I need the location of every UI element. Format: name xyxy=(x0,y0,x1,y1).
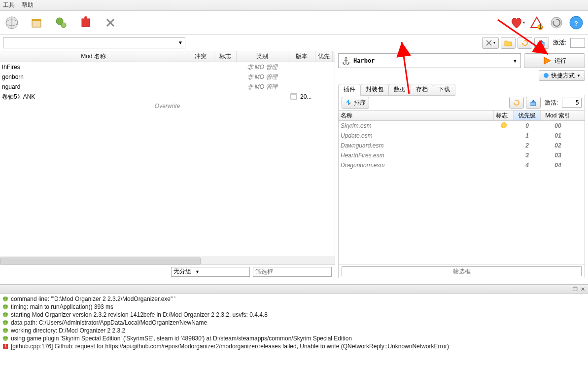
secondary-bar: ▼ ▾ 激活: xyxy=(0,35,588,51)
svg-point-30 xyxy=(3,304,8,309)
log-line: working directory: D:/Mod Organizer 2 2.… xyxy=(2,327,586,334)
svg-rect-18 xyxy=(539,42,544,46)
svg-point-8 xyxy=(84,16,87,19)
log-line: command line: '"D:\Mod Organizer 2 2.3.2… xyxy=(2,295,586,303)
overwrite-row[interactable]: Overwrite xyxy=(0,102,335,111)
settings-button[interactable]: ▾ xyxy=(482,37,499,49)
log-line: using game plugin 'Skyrim Special Editio… xyxy=(2,334,586,342)
svg-rect-26 xyxy=(501,122,507,128)
log-panel: ❐ ✕ command line: '"D:\Mod Organizer 2 2… xyxy=(0,284,588,371)
puzzle-icon[interactable] xyxy=(78,15,94,31)
globe-icon[interactable] xyxy=(4,15,20,31)
chevron-down-icon: ▼ xyxy=(513,58,518,64)
col-plugin-modindex[interactable]: Mod 索引 xyxy=(541,111,575,120)
col-plugin-name[interactable]: 名称 xyxy=(339,111,494,120)
plugin-restore-button[interactable] xyxy=(509,97,524,109)
info-icon xyxy=(2,319,9,326)
right-panel: Harbor ▼ 运行 快捷方式 ▼ 插件 封装包 数据 存档 下载 xyxy=(335,51,588,278)
info-icon xyxy=(2,303,9,310)
col-modname[interactable]: Mod 名称 xyxy=(0,51,187,62)
run-button[interactable]: 运行 xyxy=(524,53,585,68)
mod-row[interactable]: gonborn 非 MO 管理 xyxy=(0,72,335,82)
play-icon xyxy=(543,56,552,65)
update-icon[interactable] xyxy=(549,15,564,31)
menu-tools[interactable]: 工具 xyxy=(3,1,15,9)
plugin-row[interactable]: Dawnguard.esm 2 02 xyxy=(339,141,585,150)
log-popout-icon[interactable]: ❐ xyxy=(573,286,578,293)
sort-button[interactable]: 排序 xyxy=(342,97,369,109)
info-icon xyxy=(2,327,9,334)
svg-point-38 xyxy=(6,321,8,323)
heart-icon[interactable]: ▾ xyxy=(509,15,525,31)
svg-rect-4 xyxy=(32,19,41,21)
shortcut-button[interactable]: 快捷方式 ▼ xyxy=(539,70,585,81)
tab-downloads[interactable]: 下载 xyxy=(433,84,455,96)
backup-button[interactable] xyxy=(534,37,549,49)
svg-point-29 xyxy=(6,297,8,299)
svg-point-35 xyxy=(6,313,8,315)
mod-row[interactable]: nguard 非 MO 管理 xyxy=(0,82,335,92)
svg-rect-25 xyxy=(531,102,536,106)
help-icon[interactable]: ? xyxy=(568,15,584,31)
restore-button[interactable] xyxy=(518,37,532,49)
menubar: 工具 帮助 xyxy=(0,0,588,11)
mod-filter-input[interactable] xyxy=(253,267,332,277)
col-conflict[interactable]: 冲突 xyxy=(187,51,214,62)
plugin-backup-button[interactable] xyxy=(526,97,541,109)
log-close-icon[interactable]: ✕ xyxy=(581,286,585,293)
gears-icon[interactable] xyxy=(53,15,69,31)
mod-row[interactable]: thFires 非 MO 管理 xyxy=(0,62,335,72)
tools-icon[interactable] xyxy=(103,15,118,31)
link-icon xyxy=(543,73,549,78)
mod-table-header: Mod 名称 冲突 标志 类别 版本 优先 xyxy=(0,51,335,62)
mod-list-panel: Mod 名称 冲突 标志 类别 版本 优先 thFires 非 MO 管理 go… xyxy=(0,51,335,278)
tab-plugins[interactable]: 插件 xyxy=(338,84,361,96)
svg-point-43 xyxy=(3,337,5,338)
info-icon xyxy=(2,311,9,318)
main-toolbar: ▾ 1 ? xyxy=(0,11,588,35)
plugin-active-label: 激活: xyxy=(545,99,558,107)
error-icon: ! xyxy=(2,343,9,350)
plugin-row[interactable]: HearthFires.esm 3 03 xyxy=(339,150,585,160)
plugin-row[interactable]: Dragonborn.esm 4 04 xyxy=(339,160,585,170)
plugin-row[interactable]: Update.esm 1 01 xyxy=(339,131,585,141)
svg-point-39 xyxy=(3,328,8,333)
tab-data[interactable]: 数据 xyxy=(388,84,411,96)
svg-rect-7 xyxy=(82,19,90,27)
menu-help[interactable]: 帮助 xyxy=(22,1,34,9)
svg-point-40 xyxy=(3,329,5,331)
executable-dropdown[interactable]: Harbor ▼ xyxy=(338,53,521,68)
plugin-filter-input[interactable] xyxy=(342,266,582,276)
chevron-down-icon: ▼ xyxy=(178,40,183,45)
col-plugin-flag[interactable]: 标志 xyxy=(494,111,514,120)
log-line: ![github.cpp:176] Github: request for ht… xyxy=(2,342,586,350)
svg-point-28 xyxy=(3,297,5,299)
svg-point-27 xyxy=(3,297,8,301)
tab-packages[interactable]: 封装包 xyxy=(360,84,389,96)
plugin-row[interactable]: Skyrim.esm 0 00 xyxy=(339,121,585,131)
tab-archives[interactable]: 存档 xyxy=(411,84,433,96)
active-count-input[interactable] xyxy=(570,38,585,48)
svg-point-36 xyxy=(3,320,8,325)
col-flag[interactable]: 标志 xyxy=(214,51,237,62)
mod-row[interactable]: 卷轴5》ANK 20... xyxy=(0,92,335,102)
col-category[interactable]: 类别 xyxy=(237,51,288,62)
svg-point-33 xyxy=(3,312,8,317)
info-icon xyxy=(2,335,9,342)
warning-icon[interactable]: 1 xyxy=(529,15,545,31)
svg-point-31 xyxy=(3,305,5,307)
col-plugin-priority[interactable]: 优先级 xyxy=(514,111,541,120)
archive-icon[interactable] xyxy=(29,15,44,31)
plugin-active-count[interactable] xyxy=(562,98,582,108)
svg-point-32 xyxy=(6,305,8,307)
col-priority[interactable]: 优先 xyxy=(315,51,333,62)
profile-dropdown[interactable]: ▼ xyxy=(3,37,185,48)
group-dropdown[interactable]: 无分组▼ xyxy=(171,267,250,277)
col-version[interactable]: 版本 xyxy=(288,51,315,62)
mod-scrollbar-h[interactable] xyxy=(0,257,335,264)
right-tabs: 插件 封装包 数据 存档 下载 xyxy=(338,84,585,96)
svg-rect-20 xyxy=(291,94,297,95)
info-icon xyxy=(2,296,9,302)
open-folder-button[interactable] xyxy=(501,37,516,49)
active-label: 激活: xyxy=(553,38,566,47)
